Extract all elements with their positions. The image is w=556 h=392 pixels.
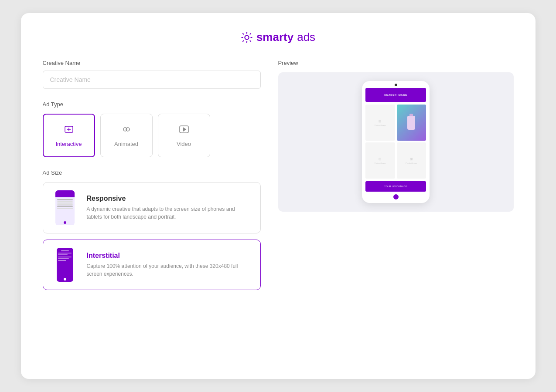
interstitial-thumbnail	[52, 248, 78, 282]
responsive-info: Responsive A dynamic creative that adapt…	[87, 195, 252, 221]
content-layout: Creative Name Ad Type Interactive	[43, 60, 514, 290]
img-placeholder-icon-4: ⊞	[410, 157, 413, 161]
svg-line-3	[243, 33, 244, 34]
ad-type-animated[interactable]: Animated	[100, 114, 153, 157]
main-card: smartyads Creative Name Ad Type	[21, 13, 536, 379]
status-dot	[395, 84, 397, 86]
interstitial-desc: Capture 100% attention of your audience,…	[87, 262, 252, 278]
preview-bottom-dot	[393, 194, 399, 199]
preview-label: Preview	[278, 60, 514, 66]
ad-type-interactive[interactable]: Interactive	[43, 114, 95, 157]
responsive-phone-mock	[55, 190, 75, 225]
interactive-icon	[64, 124, 74, 137]
svg-point-13	[126, 128, 130, 131]
svg-marker-15	[183, 128, 186, 131]
logo-area: smartyads	[43, 30, 514, 44]
img-cell-3: ⊞ Product Image	[365, 142, 395, 179]
responsive-thumbnail	[52, 190, 78, 225]
interactive-label: Interactive	[56, 141, 82, 147]
img-placeholder-icon-3: ⊞	[379, 157, 382, 161]
preview-header-bar: HEADER IMAGE	[365, 88, 426, 102]
svg-point-0	[245, 35, 249, 39]
logo-smart: smarty	[256, 30, 293, 44]
logo-ads: ads	[297, 30, 315, 44]
image-grid: ⊞ Product Image ⊞ Product Image	[362, 102, 430, 181]
img-label-3: Product Image	[375, 162, 386, 164]
preview-footer-bar: YOUR LOGO IMAGE	[365, 181, 426, 192]
footer-text: YOUR LOGO IMAGE	[384, 185, 407, 188]
responsive-title: Responsive	[87, 195, 252, 203]
bulb-icon	[241, 31, 253, 44]
img-cell-4: ⊞ Product Image	[397, 142, 426, 179]
preview-phone: HEADER IMAGE ⊞ Product Image	[362, 81, 430, 203]
ad-size-responsive[interactable]: Responsive A dynamic creative that adapt…	[43, 182, 261, 233]
video-icon	[179, 124, 189, 137]
header-bar-text: HEADER IMAGE	[384, 94, 407, 96]
img-cell-1: ⊞ Product Image	[365, 105, 395, 141]
animated-label: Animated	[114, 141, 138, 147]
img-placeholder-icon-1: ⊞	[379, 119, 382, 123]
video-label: Video	[177, 141, 191, 147]
img-cell-2	[397, 105, 426, 141]
left-panel: Creative Name Ad Type Interactive	[43, 60, 261, 290]
svg-line-8	[250, 33, 251, 34]
interstitial-title: Interstitial	[87, 252, 252, 260]
ad-size-cards: Responsive A dynamic creative that adapt…	[43, 182, 261, 290]
right-panel: Preview HEADER IMAGE ⊞ Product Image	[278, 60, 514, 290]
svg-line-7	[243, 41, 244, 41]
preview-area: HEADER IMAGE ⊞ Product Image	[278, 72, 514, 212]
creative-name-input[interactable]	[43, 71, 261, 89]
interstitial-info: Interstitial Capture 100% attention of y…	[87, 252, 252, 278]
product-bottle	[407, 116, 415, 130]
animated-icon	[121, 124, 132, 137]
img-label-4: Product Image	[406, 162, 417, 164]
ad-size-label: Ad Size	[43, 169, 261, 176]
creative-name-label: Creative Name	[43, 60, 261, 66]
ad-size-interstitial[interactable]: Interstitial Capture 100% attention of y…	[43, 240, 261, 290]
img-label-1: Product Image	[375, 124, 386, 126]
svg-line-4	[250, 41, 251, 41]
responsive-desc: A dynamic creative that adapts to the sc…	[87, 205, 252, 221]
ad-type-video[interactable]: Video	[158, 114, 210, 157]
ad-type-cards: Interactive Animated	[43, 114, 261, 157]
logo: smartyads	[241, 30, 315, 44]
interstitial-phone-mock	[57, 248, 73, 282]
ad-type-label: Ad Type	[43, 101, 261, 108]
